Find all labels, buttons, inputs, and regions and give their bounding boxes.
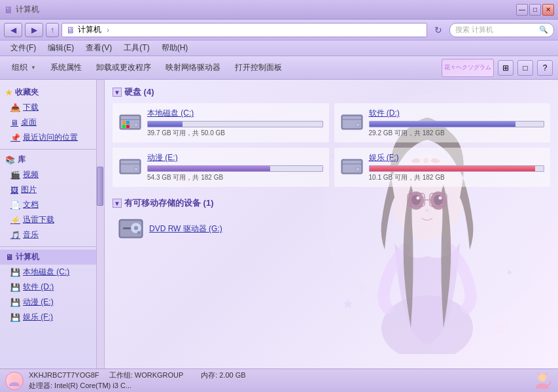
dvd-item[interactable]: DVD RW 驱动器 (G:) — [113, 214, 550, 246]
music-icon: 🎵 — [10, 231, 20, 240]
toolbar-logo: 花々ヘクソグラム ⊞ □ ? — [442, 59, 553, 77]
menu-help[interactable]: 帮助(H) — [156, 41, 194, 55]
sidebar-item-videos[interactable]: 🎬 视频 — [0, 167, 104, 182]
sidebar-computer-header[interactable]: 🖥 计算机 — [0, 250, 104, 265]
sidebar-library-label: 库 — [18, 154, 26, 165]
close-button[interactable]: ✕ — [542, 4, 554, 16]
sidebar-divider-2 — [0, 246, 104, 247]
dvd-name: DVD RW 驱动器 (G:) — [149, 223, 545, 235]
sidebar-item-drive-c[interactable]: 💾 本地磁盘 (C:) — [0, 265, 104, 280]
removable-section-header: ▼ 有可移动存储的设备 (1) — [113, 197, 550, 209]
computer-icon: 🖥 — [5, 253, 13, 262]
preview-button[interactable]: □ — [517, 60, 533, 76]
sidebar-music-label: 音乐 — [23, 229, 39, 240]
sidebar-library-section: 📚 库 🎬 视频 🖼 图片 📄 文档 ⚡ 迅雷下载 🎵 音乐 — [0, 152, 104, 242]
sidebar-recent-label: 最近访问的位置 — [23, 132, 78, 143]
thunder-icon: ⚡ — [10, 216, 20, 225]
address-bar: ◀ ▶ ↑ 🖥 计算机 › ↻ 搜索 计算机 🔍 — [0, 20, 558, 41]
sidebar-scroll-thumb[interactable] — [97, 167, 103, 206]
up-button[interactable]: ↑ — [46, 23, 59, 37]
sidebar-computer-label: 计算机 — [16, 252, 39, 263]
svg-point-39 — [356, 167, 360, 171]
svg-point-18 — [493, 321, 506, 335]
sidebar-item-recent[interactable]: 📌 最近访问的位置 — [0, 130, 104, 145]
svg-point-17 — [357, 284, 367, 294]
minimize-button[interactable]: — — [516, 4, 528, 16]
open-panel-button[interactable]: 打开控制面板 — [228, 59, 288, 77]
sidebar-library-header[interactable]: 📚 库 — [0, 152, 104, 167]
drive-e-icon: 💾 — [10, 298, 20, 307]
refresh-button[interactable]: ↻ — [430, 25, 447, 35]
help-button[interactable]: ? — [537, 60, 553, 76]
status-avatar — [5, 372, 24, 390]
status-info: XKHJRBC7T7YOG8F 工作组: WORKGROUP 内存: 2.00 … — [29, 370, 246, 391]
sys-props-button[interactable]: 系统属性 — [44, 59, 88, 77]
videos-icon: 🎬 — [10, 171, 20, 180]
sidebar-drive-c-label: 本地磁盘 (C:) — [23, 267, 69, 278]
menu-tools[interactable]: 工具(T) — [118, 41, 154, 55]
drive-c-icon: 💾 — [10, 268, 20, 277]
svg-rect-26 — [122, 125, 126, 128]
svg-rect-27 — [126, 125, 130, 128]
address-input[interactable]: 🖥 计算机 › — [61, 23, 427, 37]
view-toggle-button[interactable]: ⊞ — [498, 60, 514, 76]
drive-d-icon: 💾 — [10, 283, 20, 292]
drive-d-bar — [370, 122, 516, 127]
view-icon: ⊞ — [502, 63, 509, 73]
sidebar-item-downloads[interactable]: 📥 下载 — [0, 100, 104, 115]
removable-toggle[interactable]: ▼ — [113, 199, 122, 208]
map-drive-button[interactable]: 映射网络驱动器 — [159, 59, 227, 77]
sidebar-favorites-header[interactable]: ★ 收藏夹 — [0, 85, 104, 100]
menu-view[interactable]: 查看(V) — [80, 41, 117, 55]
drive-f-size: 10.1 GB 可用，共 182 GB — [369, 173, 545, 182]
menu-edit[interactable]: 编辑(E) — [43, 41, 79, 55]
svg-point-50 — [538, 374, 546, 382]
drive-e-item[interactable]: 动漫 (E:) 54.3 GB 可用，共 182 GB — [113, 148, 329, 187]
back-button[interactable]: ◀ — [4, 23, 22, 37]
forward-button[interactable]: ▶ — [25, 23, 43, 37]
refresh-icon: ↻ — [434, 25, 442, 35]
toolbar: 组织 系统属性 卸载或更改程序 映射网络驱动器 打开控制面板 花々ヘクソグラム … — [0, 56, 558, 80]
menu-file[interactable]: 文件(F) — [5, 41, 41, 55]
drive-e-bar — [148, 166, 270, 171]
file-area: ★ ★ ✦ ✦ — [105, 80, 558, 368]
sidebar-computer-section: 🖥 计算机 💾 本地磁盘 (C:) 💾 软件 (D:) 💾 动漫 (E:) 💾 … — [0, 250, 104, 325]
status-right-avatar — [532, 370, 553, 391]
sidebar-item-drive-d[interactable]: 💾 软件 (D:) — [0, 280, 104, 295]
sidebar-item-music[interactable]: 🎵 音乐 — [0, 227, 104, 242]
drive-f-icon-img — [340, 155, 364, 179]
drive-d-item[interactable]: 软件 (D:) 29.2 GB 可用，共 182 GB — [334, 103, 551, 142]
drives-grid: 本地磁盘 (C:) 39.7 GB 可用，共 50.0 GB — [113, 103, 550, 187]
sidebar-item-documents[interactable]: 📄 文档 — [0, 197, 104, 212]
drive-f-bar-container — [369, 165, 545, 172]
title-bar-left: 🖥 计算机 — [4, 4, 39, 15]
status-memory: 内存: 2.00 GB — [201, 371, 245, 379]
drive-f-icon: 💾 — [10, 313, 20, 322]
sidebar-item-drive-f[interactable]: 💾 娱乐 (F:) — [0, 310, 104, 325]
sidebar-scrollbar[interactable] — [96, 80, 104, 368]
status-bar: XKHJRBC7T7YOG8F 工作组: WORKGROUP 内存: 2.00 … — [0, 368, 558, 392]
sidebar-item-drive-e[interactable]: 💾 动漫 (E:) — [0, 295, 104, 310]
svg-point-31 — [356, 123, 360, 127]
sidebar-item-thunder[interactable]: ⚡ 迅雷下载 — [0, 212, 104, 227]
sidebar-item-desktop[interactable]: 🖥 桌面 — [0, 115, 104, 130]
help-icon: ? — [543, 63, 548, 73]
uninstall-button[interactable]: 卸载或更改程序 — [90, 59, 158, 77]
search-box[interactable]: 搜索 计算机 🔍 — [449, 23, 554, 37]
drive-c-bar — [148, 122, 183, 127]
drive-e-size: 54.3 GB 可用，共 182 GB — [147, 173, 323, 182]
search-placeholder: 搜索 计算机 — [455, 25, 493, 35]
svg-point-45 — [135, 227, 137, 229]
drive-f-info: 娱乐 (F:) 10.1 GB 可用，共 182 GB — [369, 152, 545, 182]
sidebar-item-pictures[interactable]: 🖼 图片 — [0, 182, 104, 197]
drive-d-icon-img — [340, 111, 364, 135]
organize-button[interactable]: 组织 — [5, 59, 43, 77]
drive-c-item[interactable]: 本地磁盘 (C:) 39.7 GB 可用，共 50.0 GB — [113, 103, 329, 142]
sidebar-favorites-label: 收藏夹 — [15, 87, 39, 98]
maximize-button[interactable]: □ — [529, 4, 541, 16]
svg-rect-34 — [120, 163, 140, 165]
sidebar-documents-label: 文档 — [23, 199, 39, 210]
drive-f-item[interactable]: 娱乐 (F:) 10.1 GB 可用，共 182 GB — [334, 148, 551, 187]
svg-rect-38 — [342, 163, 362, 165]
harddisk-toggle[interactable]: ▼ — [113, 88, 122, 97]
